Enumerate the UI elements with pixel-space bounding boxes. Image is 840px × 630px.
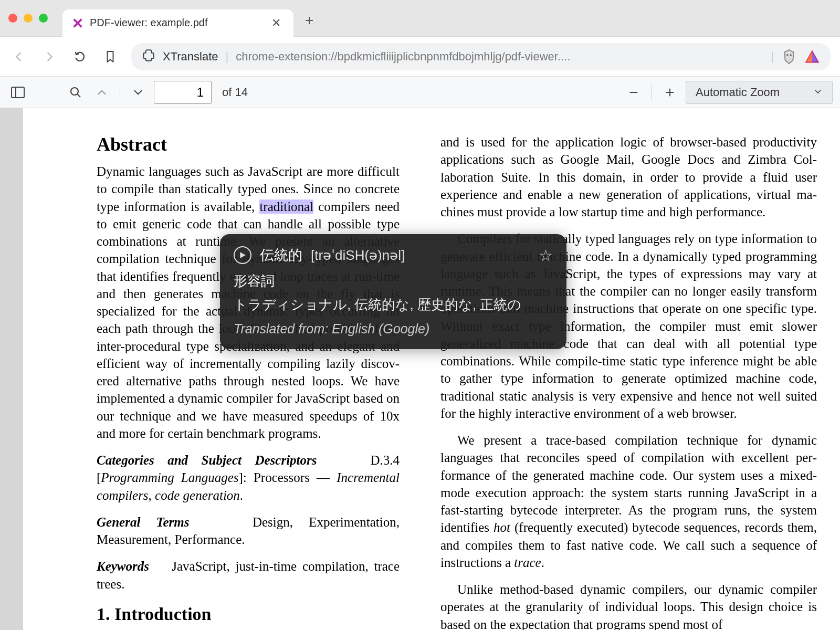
- url-separator: |: [226, 50, 229, 64]
- translation-main-word: 伝統的: [260, 246, 302, 265]
- chevron-down-icon: [813, 86, 823, 99]
- left-column: Abstract Dynamic languages such as JavaS…: [23, 133, 400, 630]
- tab-title: PDF-viewer: example.pdf: [90, 17, 268, 29]
- back-button[interactable]: [9, 47, 28, 66]
- general-terms-line: General Terms Design, Experimentation, M…: [97, 513, 400, 549]
- xtranslate-icon: [72, 17, 83, 29]
- prev-page-button[interactable]: [91, 82, 112, 103]
- right-para-3: We present a trace-based compilation tec…: [440, 432, 817, 571]
- svg-point-1: [790, 54, 792, 56]
- svg-rect-2: [12, 87, 24, 98]
- url-text: chrome-extension://bpdkmicfliiijplicbnpn…: [236, 50, 763, 64]
- maximize-window-button[interactable]: [39, 14, 48, 23]
- next-page-button[interactable]: [128, 82, 149, 103]
- right-column: and is used for the application logic of…: [440, 133, 817, 630]
- svg-line-5: [77, 94, 80, 97]
- right-para-1: and is used for the application logic of…: [440, 133, 817, 220]
- keywords-line: Keywords JavaScript, just-in-time compil…: [97, 558, 400, 593]
- zoom-out-button[interactable]: [623, 82, 644, 103]
- translation-popup[interactable]: 伝統的 [trəˈdiSH(ə)nəl] ☆ 形容詞 トラディショナル, 伝統的…: [220, 234, 566, 349]
- page-gutter: [0, 108, 23, 630]
- minimize-window-button[interactable]: [24, 14, 33, 23]
- play-audio-button[interactable]: [234, 246, 251, 264]
- pdf-viewport[interactable]: Abstract Dynamic languages such as JavaS…: [0, 108, 840, 630]
- section-heading: 1. Introduction: [97, 604, 400, 624]
- part-of-speech: 形容詞: [234, 272, 553, 290]
- zoom-in-button[interactable]: [659, 82, 680, 103]
- url-separator-right: |: [771, 50, 774, 64]
- window-controls: [8, 14, 48, 23]
- sidebar-toggle-button[interactable]: [7, 82, 28, 103]
- extension-name: XTranslate: [163, 50, 218, 64]
- bookmark-button[interactable]: [101, 47, 120, 66]
- abstract-heading: Abstract: [97, 133, 400, 155]
- new-tab-button[interactable]: +: [305, 12, 313, 29]
- categories-line: Categories and Subject Descriptors D.3.4…: [97, 452, 400, 504]
- page-number-input[interactable]: [154, 81, 212, 104]
- svg-point-0: [786, 54, 788, 56]
- address-bar[interactable]: XTranslate | chrome-extension://bpdkmicf…: [131, 43, 831, 70]
- extension-puzzle-icon: [142, 48, 155, 65]
- brave-rewards-icon[interactable]: [804, 49, 820, 65]
- translation-definitions: トラディショナル, 伝統的な, 歴史的な, 正統の: [234, 296, 553, 314]
- selected-word[interactable]: traditional: [259, 200, 313, 214]
- pdf-toolbar: of 14 Automatic Zoom: [0, 77, 840, 108]
- browser-tab[interactable]: PDF-viewer: example.pdf ✕: [62, 9, 293, 37]
- zoom-select[interactable]: Automatic Zoom: [686, 81, 833, 104]
- right-para-4: Unlike method-based dynamic compilers, o…: [440, 581, 817, 630]
- browser-tab-strip: PDF-viewer: example.pdf ✕ +: [0, 0, 840, 37]
- brave-shield-icon[interactable]: [781, 49, 797, 65]
- page-count-label: of 14: [222, 86, 248, 99]
- close-window-button[interactable]: [8, 14, 17, 23]
- pdf-page: Abstract Dynamic languages such as JavaS…: [23, 108, 840, 630]
- forward-button[interactable]: [40, 47, 59, 66]
- translation-phonetic: [trəˈdiSH(ə)nəl]: [311, 247, 405, 264]
- browser-navbar: XTranslate | chrome-extension://bpdkmicf…: [0, 37, 840, 77]
- svg-point-4: [71, 88, 78, 95]
- translation-source: Translated from: English (Google): [234, 321, 553, 337]
- close-tab-button[interactable]: ✕: [268, 16, 284, 30]
- zoom-select-label: Automatic Zoom: [696, 86, 780, 99]
- search-button[interactable]: [65, 82, 86, 103]
- favorite-button[interactable]: ☆: [539, 246, 553, 265]
- reload-button[interactable]: [70, 47, 89, 66]
